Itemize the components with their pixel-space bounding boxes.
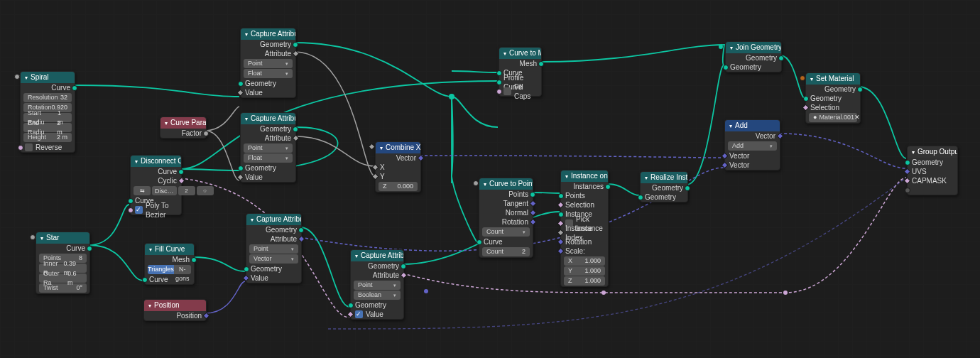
- node-disconnect-cyclic[interactable]: Disconnect Cycl Curve Cyclic ⇆ Disc… 2 ○…: [130, 155, 182, 215]
- node-header[interactable]: Curve to Points: [479, 178, 533, 190]
- node-capture-attribute-3[interactable]: Capture Attribute Geometry Attribute Poi…: [246, 213, 302, 283]
- node-header[interactable]: Star: [36, 232, 89, 244]
- node-vector-math-add[interactable]: Add Vector Add▾ Vector Vector: [724, 119, 780, 170]
- datatype-select[interactable]: Boolean▾: [354, 291, 401, 300]
- node-header[interactable]: Combine XYZ: [376, 142, 420, 153]
- outer-r-field[interactable]: Outer Ra0.6 m: [39, 273, 87, 283]
- fill-caps-check[interactable]: [503, 87, 511, 95]
- scale-y[interactable]: Y1.000: [564, 266, 605, 276]
- z-field[interactable]: Z0.000: [379, 182, 418, 191]
- operation-select[interactable]: Add▾: [728, 141, 777, 151]
- material-select[interactable]: ●Material.001✕: [809, 113, 857, 122]
- svg-point-1: [719, 45, 723, 49]
- fill-mode-toggle[interactable]: Triangles N-gons: [148, 265, 191, 274]
- node-capture-attribute-4[interactable]: Capture Attribute Geometry Attribute Poi…: [350, 249, 404, 320]
- node-capture-attribute-2[interactable]: Capture Attribute Geometry Attribute Poi…: [240, 112, 296, 183]
- node-header[interactable]: Curve Parameter: [160, 117, 206, 129]
- node-join-geometry[interactable]: Join Geometry Geometry Geometry: [725, 41, 782, 72]
- node-header[interactable]: Capture Attribute: [351, 250, 403, 261]
- node-header[interactable]: Curve to Mesh: [499, 48, 541, 59]
- node-header[interactable]: Position: [144, 300, 206, 311]
- resolution-field[interactable]: Resolution32: [23, 93, 72, 102]
- node-capture-attribute-1[interactable]: Capture Attribute Geometry Attribute Poi…: [240, 28, 296, 98]
- reverse-checkbox[interactable]: [25, 143, 33, 151]
- node-header[interactable]: Join Geometry: [726, 42, 781, 53]
- scale-x[interactable]: X1.000: [564, 256, 605, 266]
- node-curve-parameter[interactable]: Curve Parameter Factor: [160, 116, 207, 139]
- node-header[interactable]: Instance on Points: [561, 170, 608, 182]
- ui-row[interactable]: ⇆ Disc… 2 ○: [134, 186, 178, 195]
- node-header[interactable]: Set Material: [806, 73, 860, 85]
- end-radius-field[interactable]: End Radiu2 m: [23, 123, 72, 132]
- domain-select[interactable]: Point▾: [354, 281, 401, 290]
- node-header[interactable]: Capture Attribute: [246, 214, 301, 225]
- node-star[interactable]: Star Curve Points8 Inner R0.39 m Outer R…: [36, 232, 90, 294]
- scale-z[interactable]: Z1.000: [564, 276, 605, 286]
- node-header[interactable]: Realize Instances: [641, 172, 687, 183]
- node-header[interactable]: Disconnect Cycl: [131, 156, 181, 167]
- node-header[interactable]: Group Output: [908, 146, 957, 158]
- svg-point-0: [449, 94, 454, 99]
- svg-point-3: [783, 291, 788, 295]
- node-header[interactable]: Capture Attribute: [241, 113, 295, 124]
- node-header[interactable]: Add: [725, 120, 780, 131]
- node-spiral[interactable]: Spiral Curve Resolution32 Rotation0.920 …: [20, 71, 75, 153]
- node-combine-xyz[interactable]: Combine XYZ Vector X Y Z0.000: [375, 141, 421, 192]
- mode-select[interactable]: Count▾: [482, 227, 530, 237]
- node-curve-to-mesh[interactable]: Curve to Mesh Mesh Curve Profile Curve F…: [499, 47, 542, 97]
- datatype-select[interactable]: Float▾: [244, 69, 293, 78]
- node-header[interactable]: Fill Curve: [145, 244, 194, 255]
- poly-to-bezier-check[interactable]: [135, 206, 143, 214]
- node-set-material[interactable]: Set Material Geometry Geometry Selection…: [805, 72, 861, 124]
- svg-point-2: [601, 291, 606, 295]
- socket-label: Curve: [51, 83, 70, 92]
- svg-point-4: [424, 289, 428, 293]
- datatype-select[interactable]: Float▾: [244, 153, 293, 163]
- node-header[interactable]: Capture Attribute: [241, 28, 295, 40]
- domain-select[interactable]: Point▾: [244, 143, 293, 153]
- domain-select[interactable]: Point▾: [244, 59, 293, 68]
- datatype-select[interactable]: Vector▾: [249, 254, 298, 264]
- value-checkbox[interactable]: [355, 310, 363, 318]
- node-position[interactable]: Position Position: [143, 299, 207, 321]
- count-field[interactable]: Count2: [482, 247, 530, 256]
- node-curve-to-points[interactable]: Curve to Points Points Tangent Normal Ro…: [479, 178, 533, 258]
- node-group-output[interactable]: Group Output Geometry UVS CAPMASK: [907, 146, 958, 195]
- domain-select[interactable]: Point▾: [249, 244, 298, 254]
- node-instance-on-points[interactable]: Instance on Points Instances Points Sele…: [560, 170, 609, 287]
- node-realize-instances[interactable]: Realize Instances Geometry Geometry: [640, 171, 688, 202]
- node-fill-curve[interactable]: Fill Curve Mesh Triangles N-gons Curve: [144, 243, 195, 285]
- node-header[interactable]: Spiral: [21, 72, 75, 83]
